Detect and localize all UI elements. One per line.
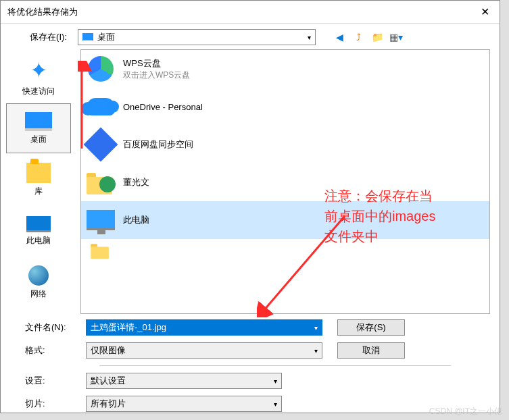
save-button[interactable]: 保存(S) [337, 319, 405, 336]
view-menu-icon[interactable]: ▦▾ [390, 31, 402, 43]
sidebar-item-network[interactable]: 网络 [6, 257, 71, 307]
sidebar-item-label: 此电脑 [26, 235, 51, 246]
list-item-title: WPS云盘 [123, 57, 190, 70]
location-dropdown[interactable]: 桌面 ▾ [78, 29, 316, 45]
folder-icon [91, 242, 110, 259]
sidebar-item-label: 桌面 [30, 134, 47, 145]
chevron-down-icon: ▾ [314, 347, 318, 355]
new-folder-icon[interactable]: 📁 [371, 31, 383, 43]
divider [99, 365, 451, 366]
list-item[interactable]: 董光文 [81, 163, 489, 201]
user-avatar-icon [99, 176, 116, 192]
list-item[interactable]: WPS云盘 双击进入WPS云盘 [81, 50, 489, 88]
form-area: 文件名(N): 土鸡蛋详情-_01.jpg ▾ 保存(S) 格式: 仅限图像 ▾… [1, 314, 500, 412]
filename-label: 文件名(N): [10, 321, 86, 334]
close-icon: ✕ [481, 5, 489, 18]
globe-icon [28, 265, 49, 286]
format-label: 格式: [10, 344, 86, 357]
sidebar-item-quick-access[interactable]: ✦ 快速访问 [6, 52, 71, 102]
desktop-icon [82, 33, 93, 41]
list-item-title: OneDrive - Personal [123, 102, 203, 112]
sidebar-item-label: 网络 [30, 288, 47, 300]
list-item[interactable]: 百度网盘同步空间 [81, 126, 489, 163]
dialog-title: 将优化结果存储为 [7, 6, 78, 18]
location-value: 桌面 [97, 31, 115, 43]
save-as-dialog: 将优化结果存储为 ✕ 保存在(I): 桌面 ▾ ◀ ⤴ 📁 ▦▾ ✦ 快速访问 … [0, 0, 500, 413]
list-item-subtitle: 双击进入WPS云盘 [123, 70, 190, 81]
settings-dropdown[interactable]: 默认设置 ▾ [86, 373, 282, 389]
up-icon[interactable]: ⤴ [352, 31, 364, 43]
slice-dropdown[interactable]: 所有切片 ▾ [86, 396, 282, 412]
baidu-netdisk-icon [84, 128, 118, 162]
location-row: 保存在(I): 桌面 ▾ ◀ ⤴ 📁 ▦▾ [1, 24, 500, 49]
format-dropdown[interactable]: 仅限图像 ▾ [86, 342, 322, 359]
nav-toolbar: ◀ ⤴ 📁 ▦▾ [333, 31, 402, 43]
dialog-body: ✦ 快速访问 桌面 库 此电脑 网络 [1, 49, 500, 314]
list-item-title: 百度网盘同步空间 [123, 138, 193, 151]
places-sidebar: ✦ 快速访问 桌面 库 此电脑 网络 [1, 49, 76, 314]
list-item[interactable]: OneDrive - Personal [81, 88, 489, 126]
settings-value: 默认设置 [91, 375, 126, 387]
chevron-down-icon: ▾ [314, 324, 318, 332]
back-icon[interactable]: ◀ [333, 31, 345, 43]
chevron-down-icon: ▾ [274, 400, 277, 408]
pc-icon [87, 210, 115, 230]
onedrive-icon [87, 98, 115, 115]
list-item-title: 此电脑 [123, 214, 149, 226]
desktop-icon [25, 112, 52, 131]
wps-cloud-icon [88, 56, 114, 82]
chevron-down-icon: ▾ [308, 34, 311, 41]
close-button[interactable]: ✕ [470, 1, 500, 23]
sidebar-item-label: 快速访问 [22, 86, 55, 97]
sidebar-item-label: 库 [34, 186, 43, 197]
save-in-label: 保存在(I): [10, 31, 72, 43]
list-item-title: 董光文 [123, 176, 149, 188]
libraries-icon [26, 163, 51, 183]
filename-value: 土鸡蛋详情-_01.jpg [91, 321, 166, 334]
filename-input[interactable]: 土鸡蛋详情-_01.jpg ▾ [86, 319, 322, 336]
slice-label: 切片: [10, 398, 86, 410]
format-value: 仅限图像 [91, 344, 126, 357]
chevron-down-icon: ▾ [274, 377, 277, 385]
cancel-button[interactable]: 取消 [337, 342, 405, 359]
slice-value: 所有切片 [91, 398, 126, 410]
star-icon: ✦ [30, 57, 48, 83]
pc-icon [26, 216, 51, 232]
titlebar: 将优化结果存储为 ✕ [1, 1, 500, 24]
sidebar-item-this-pc[interactable]: 此电脑 [6, 206, 71, 256]
settings-label: 设置: [10, 375, 86, 387]
list-item[interactable]: 此电脑 [81, 201, 489, 239]
watermark: CSDN @IT之一小佬 [429, 406, 502, 417]
sidebar-item-libraries[interactable]: 库 [6, 155, 71, 205]
sidebar-item-desktop[interactable]: 桌面 [6, 103, 71, 153]
file-list[interactable]: WPS云盘 双击进入WPS云盘 OneDrive - Personal 百度网盘… [80, 49, 490, 314]
list-item[interactable] [81, 239, 489, 262]
